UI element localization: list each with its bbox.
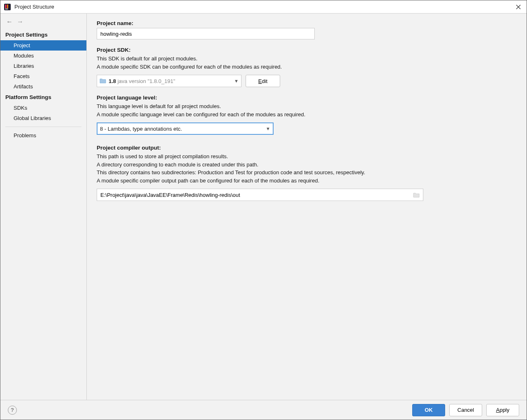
sidebar-item-sdks[interactable]: SDKs: [0, 103, 86, 113]
nav-history: ← →: [0, 17, 86, 29]
browse-folder-icon[interactable]: [412, 191, 420, 199]
apply-button[interactable]: Apply: [486, 404, 519, 416]
ok-button[interactable]: OK: [412, 404, 445, 416]
sidebar-item-label: Artifacts: [14, 83, 33, 90]
compiler-output-field: [97, 189, 423, 201]
chevron-down-icon: ▼: [234, 78, 239, 83]
window-title: Project Structure: [14, 4, 54, 10]
sidebar-item-label: Project: [14, 42, 30, 48]
sdk-desc-2: A module specific SDK can be configured …: [97, 63, 517, 71]
language-level-combobox[interactable]: 8 - Lambdas, type annotations etc. ▼: [97, 122, 274, 135]
sidebar-item-problems[interactable]: Problems: [0, 130, 86, 141]
sdk-version-detail: java version "1.8.0_191": [118, 78, 175, 84]
sdk-combo-value: 1.8 java version "1.8.0_191": [109, 78, 232, 84]
sidebar-item-label: Libraries: [14, 63, 34, 69]
intellij-icon: [4, 3, 11, 11]
section-platform-settings: Platform Settings: [0, 92, 86, 103]
sidebar-item-artifacts[interactable]: Artifacts: [0, 81, 86, 92]
edit-sdk-button[interactable]: Edit: [246, 75, 280, 87]
compiler-output-label: Project compiler output:: [97, 145, 517, 151]
sidebar-item-modules[interactable]: Modules: [0, 51, 86, 61]
section-project-settings: Project Settings: [0, 29, 86, 40]
project-name-label: Project name:: [97, 20, 517, 26]
sidebar-item-facets[interactable]: Facets: [0, 71, 86, 81]
sdk-folder-icon: [100, 78, 106, 85]
main-panel: Project name: Project SDK: This SDK is d…: [87, 14, 527, 400]
sidebar: ← → Project Settings Project Modules Lib…: [0, 14, 87, 400]
language-level-label: Project language level:: [97, 95, 517, 101]
compiler-desc-4: A module specific compiler output path c…: [97, 177, 517, 185]
sidebar-item-label: SDKs: [14, 105, 27, 111]
sidebar-item-project[interactable]: Project: [0, 40, 86, 51]
lang-level-desc-2: A module specific language level can be …: [97, 111, 517, 119]
sidebar-item-label: Modules: [14, 53, 34, 59]
lang-level-value: 8 - Lambdas, type annotations etc.: [100, 126, 263, 132]
close-icon[interactable]: [513, 2, 523, 12]
lang-level-desc-1: This language level is default for all p…: [97, 102, 517, 111]
help-button[interactable]: ?: [8, 406, 17, 415]
svg-rect-1: [5, 5, 7, 8]
dialog-footer: ? OK Cancel Apply: [0, 400, 527, 420]
sdk-version: 1.8: [109, 78, 116, 84]
sidebar-item-label: Facets: [14, 73, 30, 79]
compiler-desc-1: This path is used to store all project c…: [97, 152, 517, 161]
svg-rect-2: [7, 5, 8, 8]
chevron-down-icon: ▼: [266, 126, 270, 131]
svg-rect-3: [5, 9, 8, 9]
titlebar: Project Structure: [0, 0, 527, 14]
back-icon[interactable]: ←: [6, 18, 13, 25]
sidebar-divider: [5, 127, 81, 127]
compiler-desc-2: A directory corresponding to each module…: [97, 161, 517, 169]
sidebar-item-global-libraries[interactable]: Global Libraries: [0, 113, 86, 123]
sidebar-item-label: Global Libraries: [14, 115, 51, 121]
project-sdk-combobox[interactable]: 1.8 java version "1.8.0_191" ▼: [97, 75, 241, 87]
cancel-button[interactable]: Cancel: [449, 404, 482, 416]
sdk-desc-1: This SDK is default for all project modu…: [97, 55, 517, 63]
sidebar-item-libraries[interactable]: Libraries: [0, 61, 86, 71]
forward-icon: →: [17, 18, 23, 25]
compiler-desc-3: This directory contains two subdirectori…: [97, 168, 517, 177]
compiler-output-input[interactable]: [100, 192, 412, 198]
project-sdk-label: Project SDK:: [97, 47, 517, 53]
project-name-input[interactable]: [97, 28, 315, 39]
sidebar-item-label: Problems: [14, 132, 36, 138]
